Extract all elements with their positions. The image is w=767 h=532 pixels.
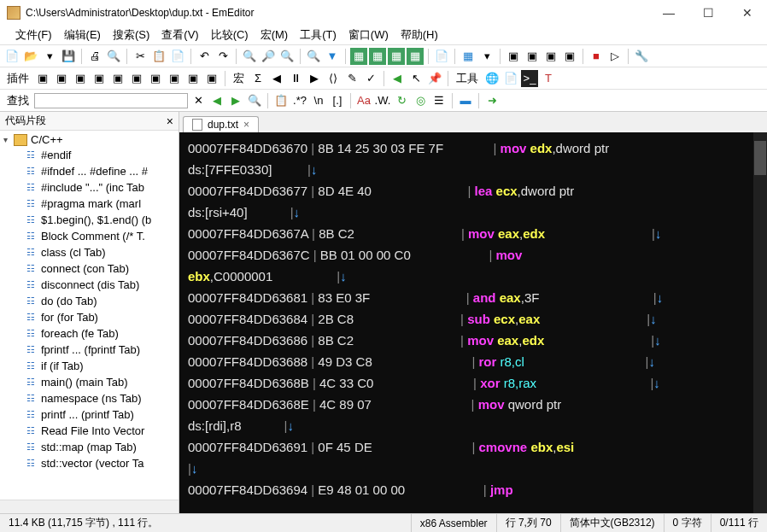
menu-file[interactable]: 文件(F): [10, 26, 57, 44]
record-icon[interactable]: ■: [588, 48, 605, 65]
snippet-item[interactable]: ☷fprintf ... (fprintf Tab): [0, 342, 179, 358]
new-file-icon[interactable]: 📄: [3, 48, 20, 65]
zoom-out-icon[interactable]: 🔎: [260, 48, 277, 65]
panel-icon-3[interactable]: ▦: [388, 48, 405, 65]
snippet-item[interactable]: ☷#include "..." (inc Tab: [0, 179, 179, 196]
zoom-reset-icon[interactable]: 🔍: [278, 48, 296, 65]
preview-icon[interactable]: 🔍: [105, 48, 122, 65]
snippet-item[interactable]: ☷if (if Tab): [0, 358, 179, 374]
plugin-icon-4[interactable]: ▣: [91, 70, 108, 87]
list-icon[interactable]: ☰: [430, 92, 448, 109]
wrench-icon[interactable]: 🔧: [633, 48, 650, 65]
snippet-item[interactable]: ☷#pragma mark (marl: [0, 196, 179, 212]
paste-icon[interactable]: 📄: [169, 48, 186, 65]
macro-back-icon[interactable]: ◀: [268, 70, 285, 87]
panel-icon-1[interactable]: ▦: [350, 48, 367, 65]
find-doc-icon[interactable]: 📋: [272, 92, 290, 109]
macro-forward-icon[interactable]: ▶: [306, 70, 323, 87]
filter-icon[interactable]: ▼: [324, 48, 341, 65]
panel-icon-2[interactable]: ▦: [369, 48, 386, 65]
plugin-icon-8[interactable]: ▣: [166, 70, 183, 87]
window-icon-4[interactable]: ▣: [561, 48, 578, 65]
tab-dup[interactable]: dup.txt ×: [183, 116, 259, 132]
plugin-icon-9[interactable]: ▣: [184, 70, 202, 87]
text-tool-icon[interactable]: T: [540, 70, 557, 87]
panel-icon[interactable]: ▬: [457, 92, 474, 109]
snippet-item[interactable]: ☷printf ... (printf Tab): [0, 406, 179, 423]
menu-tools[interactable]: 工具(T): [295, 26, 342, 44]
snippet-item[interactable]: ☷std::vector (vector Ta: [0, 455, 179, 471]
panel-icon-4[interactable]: ▦: [407, 48, 424, 65]
snippet-item[interactable]: ☷connect (con Tab): [0, 260, 179, 277]
snippet-item[interactable]: ☷Read File Into Vector: [0, 423, 179, 439]
terminal-icon[interactable]: >_: [521, 70, 538, 87]
macro-pause-icon[interactable]: ⏸: [287, 70, 304, 87]
snippet-item[interactable]: ☷$1.begin(), $1.end() (b: [0, 212, 179, 228]
sigma-icon[interactable]: Σ: [249, 70, 266, 87]
tab-close-icon[interactable]: ×: [243, 119, 249, 131]
print-icon[interactable]: 🖨: [86, 48, 103, 65]
snippet-item[interactable]: ☷std::map (map Tab): [0, 439, 179, 455]
menu-window[interactable]: 窗口(W): [343, 26, 394, 44]
browser-icon[interactable]: 🌐: [483, 70, 501, 87]
snippet-item[interactable]: ☷Block Comment (/* T.: [0, 228, 179, 244]
pin-icon[interactable]: 📌: [426, 70, 443, 87]
snippet-item[interactable]: ☷#ifndef ... #define ... #: [0, 163, 179, 179]
close-button[interactable]: ✕: [728, 0, 767, 26]
word-icon[interactable]: .W.: [374, 92, 391, 109]
plugin-icon-5[interactable]: ▣: [109, 70, 126, 87]
maximize-button[interactable]: ☐: [688, 0, 728, 26]
nav-back-icon[interactable]: ◀: [389, 70, 406, 87]
open-file-icon[interactable]: 📂: [22, 48, 39, 65]
menu-macro[interactable]: 宏(M): [255, 26, 294, 44]
zoom-in-icon[interactable]: 🔍: [241, 48, 258, 65]
snippet-item[interactable]: ☷disconnect (dis Tab): [0, 277, 179, 293]
plugin-icon-3[interactable]: ▣: [72, 70, 89, 87]
wrap-icon[interactable]: ↻: [393, 92, 410, 109]
vertical-scrollbar[interactable]: [753, 132, 767, 513]
window-icon-2[interactable]: ▣: [524, 48, 541, 65]
panel-hscroll[interactable]: [0, 500, 179, 513]
collapse-icon[interactable]: ▾: [3, 135, 14, 144]
snippet-item[interactable]: ☷main() (main Tab): [0, 374, 179, 390]
dropdown-2-icon[interactable]: ▾: [478, 48, 495, 65]
plugin-icon-7[interactable]: ▣: [147, 70, 164, 87]
copy-icon[interactable]: 📋: [150, 48, 167, 65]
menu-search[interactable]: 搜索(S): [108, 26, 155, 44]
undo-icon[interactable]: ↶: [196, 48, 213, 65]
code-editor[interactable]: 00007FF84DD63670 | 8B 14 25 30 03 FE 7F …: [179, 132, 767, 513]
minimize-button[interactable]: —: [649, 0, 688, 26]
find-x-icon[interactable]: ✕: [190, 92, 207, 109]
macro-check-icon[interactable]: ✓: [362, 70, 379, 87]
snippet-item[interactable]: ☷namespace (ns Tab): [0, 390, 179, 406]
snippet-item[interactable]: ☷class (cl Tab): [0, 244, 179, 260]
plugin-icon-10[interactable]: ▣: [203, 70, 220, 87]
newline-icon[interactable]: \n: [310, 92, 327, 109]
goto-icon[interactable]: ➜: [483, 92, 501, 109]
plugin-icon-6[interactable]: ▣: [128, 70, 145, 87]
doc2-icon[interactable]: 📄: [502, 70, 519, 87]
cut-icon[interactable]: ✂: [132, 48, 149, 65]
find-icon[interactable]: 🔍: [305, 48, 322, 65]
menu-edit[interactable]: 编辑(E): [59, 26, 106, 44]
macro-edit-icon[interactable]: ✎: [343, 70, 360, 87]
doc-icon[interactable]: 📄: [433, 48, 450, 65]
snippet-item[interactable]: ☷foreach (fe Tab): [0, 325, 179, 342]
cursor-icon[interactable]: ↖: [407, 70, 424, 87]
close-panel-icon[interactable]: ×: [167, 114, 173, 128]
redo-icon[interactable]: ↷: [214, 48, 231, 65]
snippet-item[interactable]: ☷#endif: [0, 147, 179, 163]
target-icon[interactable]: ◎: [412, 92, 429, 109]
find-prev-icon[interactable]: ◀: [208, 92, 225, 109]
find-next-icon[interactable]: ▶: [227, 92, 244, 109]
case-icon[interactable]: Aa: [355, 92, 372, 109]
plugin-icon-1[interactable]: ▣: [34, 70, 51, 87]
menu-view[interactable]: 查看(V): [156, 26, 203, 44]
play-icon[interactable]: ▷: [606, 48, 624, 65]
find-input[interactable]: [34, 93, 188, 108]
menu-help[interactable]: 帮助(H): [395, 26, 443, 44]
plugin-icon-2[interactable]: ▣: [53, 70, 70, 87]
window-icon-1[interactable]: ▣: [505, 48, 522, 65]
grid-icon-1[interactable]: ▦: [460, 48, 477, 65]
regex-icon[interactable]: .*?: [291, 92, 308, 109]
